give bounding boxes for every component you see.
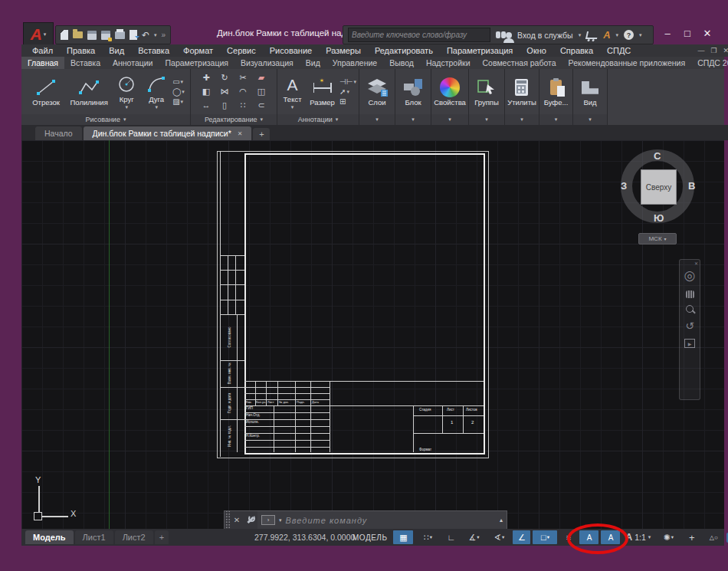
ribbon-tab-featured-apps[interactable]: Рекомендованные приложения xyxy=(562,57,692,69)
orbit-icon[interactable]: ↺ xyxy=(685,320,694,332)
menu-tools[interactable]: Сервис xyxy=(227,46,256,55)
ribbon-tab-spds[interactable]: СПДС 2019 xyxy=(691,57,728,69)
ribbon-tab-collaborate[interactable]: Совместная работа xyxy=(477,57,562,69)
fillet-button[interactable]: ◠ xyxy=(239,87,247,96)
zoom-icon[interactable] xyxy=(686,305,694,313)
ribbon-tab-parametric[interactable]: Параметризация xyxy=(159,57,235,69)
panel-draw-label[interactable]: Рисование▾ xyxy=(21,114,190,125)
panel-annotation-label[interactable]: Аннотации▾ xyxy=(277,114,359,125)
viewcube-east[interactable]: В xyxy=(688,180,695,192)
ribbon-tab-insert[interactable]: Вставка xyxy=(64,57,107,69)
snap-toggle[interactable]: ∷▾ xyxy=(415,530,440,544)
polar-tracking-toggle[interactable]: ∡▾ xyxy=(462,530,485,544)
panel-properties-expander[interactable]: ▾ xyxy=(431,114,468,125)
array-button[interactable]: ∷ xyxy=(241,101,246,110)
table-button[interactable]: ⊞ xyxy=(339,98,356,106)
explode-button[interactable]: ◫ xyxy=(257,87,265,96)
workspace-gear-button[interactable]: ✺▾ xyxy=(656,530,680,544)
ribbon-tab-manage[interactable]: Управление xyxy=(326,57,383,69)
navbar-close-icon[interactable]: ✕ xyxy=(694,261,698,266)
close-tab-icon[interactable]: ✕ xyxy=(238,130,243,137)
mdi-close-icon[interactable]: ✕ xyxy=(723,47,728,54)
command-input[interactable]: › ▾ Введите команду ▴ xyxy=(257,511,507,529)
scale-button[interactable]: ▯ xyxy=(222,101,227,110)
tab-active-drawing[interactable]: Дин.блок Рамки с таблицей надписи* ✕ xyxy=(84,126,252,140)
viewcube-south[interactable]: Ю xyxy=(654,212,664,224)
menu-help[interactable]: Справка xyxy=(560,46,593,55)
ribbon-tab-annotate[interactable]: Аннотации xyxy=(107,57,159,69)
wcs-dropdown[interactable]: МСК▾ xyxy=(638,233,677,244)
panel-groups-expander[interactable]: ▾ xyxy=(469,114,504,125)
ribbon-tab-visualize[interactable]: Визуализация xyxy=(234,57,300,69)
menu-modify[interactable]: Редактировать xyxy=(375,46,433,55)
new-drawing-tab-button[interactable]: + xyxy=(253,128,270,140)
isodraft-toggle[interactable]: ∢▾ xyxy=(487,530,510,544)
navigation-bar[interactable]: ✕ ◎ ↺ ▶ xyxy=(679,259,700,400)
lineweight-toggle[interactable]: ≡ xyxy=(559,530,577,544)
viewcube-top-face[interactable]: Сверху xyxy=(641,169,677,205)
tab-layout2[interactable]: Лист2 xyxy=(115,530,153,544)
annotation-autoscale-toggle[interactable]: А xyxy=(601,530,620,544)
ribbon-tab-addins[interactable]: Надстройки xyxy=(420,57,477,69)
tab-start[interactable]: Начало xyxy=(35,126,82,140)
panel-modify-label[interactable]: Редактирование▾ xyxy=(191,114,277,125)
properties-button[interactable]: Свойства xyxy=(434,76,466,107)
erase-button[interactable]: ▰ xyxy=(258,74,264,82)
panel-utilities-expander[interactable]: ▾ xyxy=(505,114,539,125)
dim-style-button[interactable]: ⊣⊢▾ xyxy=(339,78,356,86)
command-history-up-icon[interactable]: ▴ xyxy=(500,517,503,523)
close-button[interactable]: ✕ xyxy=(697,28,717,39)
annotation-visibility-toggle[interactable]: А xyxy=(579,530,598,544)
panel-block-expander[interactable]: ▾ xyxy=(395,114,431,125)
panel-view-expander[interactable]: ▾ xyxy=(573,114,607,125)
tab-model[interactable]: Модель xyxy=(25,530,74,544)
move-button[interactable]: ✚ xyxy=(202,74,209,82)
menu-file[interactable]: Файл xyxy=(32,46,53,55)
undo-icon[interactable]: ↶ xyxy=(142,31,149,40)
utilities-button[interactable]: Утилиты xyxy=(507,76,536,107)
block-button[interactable]: Блок xyxy=(402,76,425,107)
customize-wrench-icon[interactable] xyxy=(244,516,257,525)
navigation-wheel-icon[interactable]: ◎ xyxy=(684,267,696,284)
customization-crosshair-button[interactable]: + xyxy=(683,530,700,544)
menu-view[interactable]: Вид xyxy=(109,46,124,55)
circle-button[interactable]: Круг ▾ xyxy=(113,73,140,110)
menu-insert[interactable]: Вставка xyxy=(138,46,169,55)
viewcube-north[interactable]: С xyxy=(654,150,661,162)
command-close-icon[interactable]: ✕ xyxy=(230,516,244,524)
qat-more-icon[interactable]: » xyxy=(162,31,166,39)
ribbon-tab-output[interactable]: Вывод xyxy=(383,57,420,69)
layers-button[interactable]: Слои xyxy=(366,76,389,107)
trim-button[interactable]: ✂ xyxy=(239,74,246,82)
mirror-button[interactable]: ⋈ xyxy=(221,87,229,96)
keyword-search-input[interactable]: Введите ключевое слово/фразу xyxy=(348,28,490,42)
help-icon[interactable]: ? xyxy=(624,30,634,40)
publish-icon[interactable] xyxy=(130,30,137,40)
ortho-toggle[interactable]: ∟ xyxy=(442,530,460,544)
ellipse-tool-button[interactable]: ◯▾ xyxy=(172,88,185,96)
arc-button[interactable]: Дуга ▾ xyxy=(143,73,170,110)
save-icon[interactable] xyxy=(87,31,97,40)
menu-format[interactable]: Формат xyxy=(183,46,213,55)
open-file-icon[interactable] xyxy=(73,31,83,38)
command-line[interactable]: ✕ › ▾ Введите команду ▴ xyxy=(224,510,507,530)
osnap-toggle[interactable]: □▾ xyxy=(533,530,557,544)
mdi-restore-icon[interactable]: ❐ xyxy=(710,47,717,54)
maximize-button[interactable]: □ xyxy=(677,28,697,39)
pan-icon[interactable] xyxy=(686,290,694,298)
osnap-tracking-toggle[interactable]: ∠ xyxy=(513,530,530,544)
drawing-canvas[interactable]: Согласовано Взам. инв. № Подп. и дата Ин… xyxy=(21,140,724,529)
menu-edit[interactable]: Правка xyxy=(67,46,95,55)
tab-layout1[interactable]: Лист1 xyxy=(75,530,113,544)
model-space-button[interactable]: МОДЕЛЬ xyxy=(349,530,391,544)
view-button[interactable]: Вид xyxy=(582,76,598,107)
panel-layers-expander[interactable]: ▾ xyxy=(359,114,395,125)
plot-icon[interactable] xyxy=(115,31,125,39)
new-layout-button[interactable]: + xyxy=(155,530,169,544)
undo-dropdown-icon[interactable]: ▾ xyxy=(154,32,157,38)
ribbon-tab-home[interactable]: Главная xyxy=(21,57,64,69)
offset-button[interactable]: ⊂ xyxy=(257,101,264,110)
menu-dimension[interactable]: Размеры xyxy=(326,46,361,55)
signin-dropdown-icon[interactable]: ▾ xyxy=(579,32,582,38)
app-menu-button[interactable]: A ▾ xyxy=(23,22,54,47)
